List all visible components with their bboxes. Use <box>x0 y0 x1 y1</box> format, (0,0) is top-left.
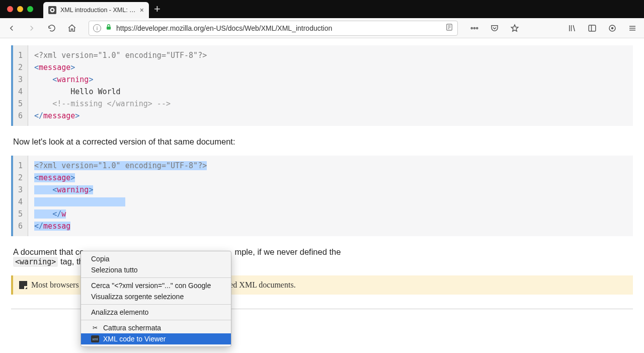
url-input[interactable] <box>116 24 441 32</box>
app-menu-button[interactable] <box>626 22 639 35</box>
code-token: messag <box>43 222 70 231</box>
code-token: </ <box>34 111 43 120</box>
browser-toolbar: i <box>0 18 644 38</box>
text-fragment: A document that co <box>13 247 84 256</box>
context-menu: Copia Seleziona tutto Cerca "<?xml versi… <box>80 251 231 347</box>
line-number: 2 <box>13 61 28 74</box>
window-controls <box>0 0 40 18</box>
library-button[interactable] <box>566 22 579 35</box>
svg-rect-10 <box>589 25 596 31</box>
ctx-screenshot[interactable]: ✂ Cattura schermata <box>81 322 231 333</box>
note-icon <box>19 281 27 289</box>
line-number: 3 <box>13 184 28 196</box>
pocket-button[interactable] <box>488 22 501 35</box>
code-block-valid-xml: 1 2 3 4 5 6 <?xml version="1.0" encoding… <box>11 156 633 236</box>
ctx-label: Seleziona tutto <box>91 266 138 274</box>
code-token: < <box>34 173 39 182</box>
code-token: > <box>75 111 79 120</box>
code-token: </ <box>34 222 43 231</box>
reload-button[interactable] <box>45 22 58 35</box>
code-token: message <box>39 63 70 72</box>
code-token <box>34 197 70 206</box>
code-token: Hello World <box>34 87 121 96</box>
code-token: > <box>70 173 75 182</box>
lock-icon <box>105 24 112 32</box>
code-token: < <box>34 63 39 72</box>
line-number: 1 <box>13 49 28 61</box>
extension-button[interactable] <box>606 22 619 35</box>
forward-button[interactable] <box>25 22 38 35</box>
browser-tab[interactable]: XML introduction - XML: Extens × <box>43 2 149 18</box>
toolbar-right <box>566 22 639 35</box>
tab-favicon <box>48 6 56 14</box>
code-token: > <box>89 185 93 194</box>
new-tab-button[interactable]: + <box>149 1 166 18</box>
ctx-label: XML code to Viewer <box>103 335 166 343</box>
code-block-invalid-xml: 1 2 3 4 5 6 <?xml version="1.0" encoding… <box>11 45 633 126</box>
code-token: <?xml version="1.0" encoding="UTF-8"?> <box>34 161 207 170</box>
bookmark-star-button[interactable] <box>508 22 521 35</box>
code-token: < <box>34 185 57 194</box>
line-gutter: 1 2 3 4 5 6 <box>13 45 28 126</box>
line-number: 5 <box>13 98 28 110</box>
page-content: 1 2 3 4 5 6 <?xml version="1.0" encoding… <box>0 38 644 316</box>
line-number: 5 <box>13 208 28 220</box>
ctx-search-google[interactable]: Cerca "<?xml version="..." con Google <box>81 280 231 291</box>
url-bar[interactable]: i <box>89 21 458 36</box>
code-token: </ <box>34 209 61 219</box>
ctx-xml-viewer[interactable]: xml XML code to Viewer <box>81 333 231 344</box>
code-token: warning <box>57 75 89 84</box>
ctx-label: Cerca "<?xml version="..." con Google <box>91 281 211 290</box>
reader-mode-icon[interactable] <box>445 23 453 33</box>
xml-extension-icon: xml <box>91 335 99 342</box>
svg-point-9 <box>476 27 478 29</box>
ctx-label: Cattura schermata <box>103 324 161 332</box>
home-button[interactable] <box>65 22 78 35</box>
svg-point-7 <box>471 27 472 29</box>
code-token: <?xml version="1.0" encoding="UTF-8"?> <box>34 51 207 60</box>
code-token: < <box>34 75 57 84</box>
code-token: message <box>43 111 75 120</box>
code-content-selected[interactable]: <?xml version="1.0" encoding="UTF-8"?> <… <box>28 156 213 236</box>
ctx-label: Visualizza sorgente selezione <box>91 293 184 301</box>
inline-code: <warning> <box>13 257 58 267</box>
svg-point-13 <box>611 27 614 29</box>
line-number: 6 <box>13 220 28 232</box>
tab-title: XML introduction - XML: Extens <box>60 7 136 14</box>
ctx-select-all[interactable]: Seleziona tutto <box>81 264 231 275</box>
ctx-inspect-element[interactable]: Analizza elemento <box>81 307 231 318</box>
code-token: message <box>39 173 70 182</box>
code-token: warning <box>57 185 89 194</box>
line-number: 3 <box>13 74 28 86</box>
window-minimize-button[interactable] <box>17 6 23 12</box>
line-number: 6 <box>13 110 28 122</box>
code-token: <!--missing </warning> --> <box>34 99 171 108</box>
line-number: 4 <box>13 196 28 208</box>
window-close-button[interactable] <box>7 6 13 12</box>
ctx-copy[interactable]: Copia <box>81 253 231 264</box>
line-gutter: 1 2 3 4 5 6 <box>13 156 28 236</box>
ctx-label: Analizza elemento <box>91 308 148 316</box>
code-token: w <box>61 209 66 219</box>
svg-rect-2 <box>107 27 111 30</box>
back-button[interactable] <box>5 22 18 35</box>
scissors-icon: ✂ <box>91 324 99 332</box>
text-fragment: mple, if we never defined the <box>234 247 341 256</box>
svg-point-8 <box>474 27 475 29</box>
line-number: 4 <box>13 86 28 98</box>
window-titlebar: XML introduction - XML: Extens × + <box>0 0 644 18</box>
svg-point-1 <box>51 9 54 12</box>
tab-close-button[interactable]: × <box>140 6 144 14</box>
ctx-view-source[interactable]: Visualizza sorgente selezione <box>81 291 231 302</box>
window-zoom-button[interactable] <box>27 6 33 12</box>
ctx-label: Copia <box>91 255 110 263</box>
paragraph: Now let's look at a corrected version of… <box>13 137 631 147</box>
site-info-icon[interactable]: i <box>93 24 101 32</box>
code-token: > <box>89 75 93 84</box>
code-content[interactable]: <?xml version="1.0" encoding="UTF-8"?> <… <box>28 45 213 126</box>
line-number: 1 <box>13 160 28 172</box>
sidebar-button[interactable] <box>586 22 599 35</box>
line-number: 2 <box>13 172 28 184</box>
text-fragment: tag, th <box>60 257 84 266</box>
page-actions-button[interactable] <box>468 22 481 35</box>
